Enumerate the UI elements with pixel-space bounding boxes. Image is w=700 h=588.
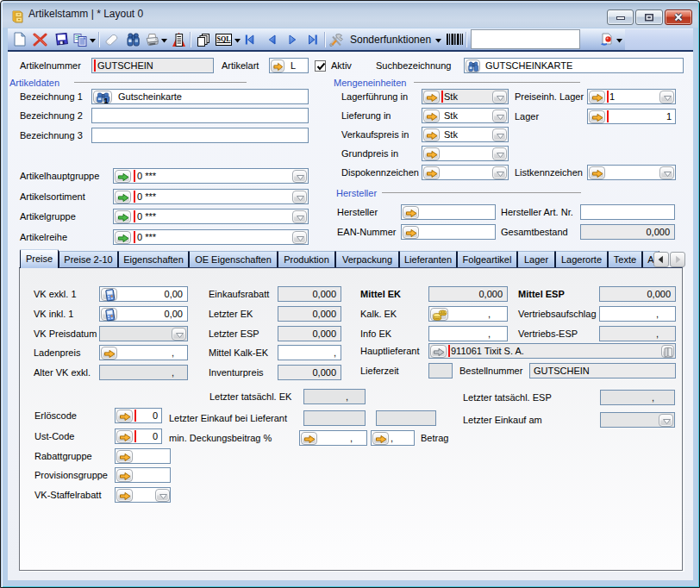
- svg-text:1: 1: [104, 96, 109, 103]
